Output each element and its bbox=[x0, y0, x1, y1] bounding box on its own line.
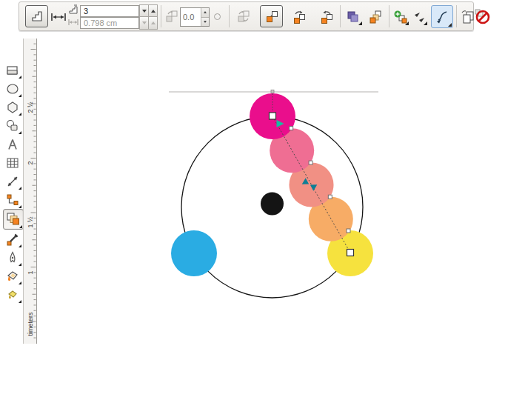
property-bar bbox=[19, 1, 474, 31]
flyout-triangle-icon bbox=[448, 23, 452, 27]
ruler-label: 2 bbox=[27, 157, 34, 170]
spacing-arrows-icon bbox=[50, 12, 67, 22]
flyout-triangle-icon bbox=[19, 131, 21, 134]
flyout-triangle-icon bbox=[19, 244, 21, 247]
polygon-tool[interactable] bbox=[3, 98, 22, 116]
table-tool[interactable] bbox=[3, 153, 22, 172]
blend-spacing-input bbox=[81, 19, 138, 27]
pen-nib-icon bbox=[5, 250, 20, 265]
paint-bucket-icon bbox=[5, 269, 20, 284]
up-triangle-icon bbox=[204, 11, 207, 13]
separator bbox=[340, 5, 341, 27]
angle-spinner bbox=[201, 8, 209, 26]
blend-tool[interactable] bbox=[3, 209, 24, 230]
basic-shapes-tool[interactable] bbox=[3, 116, 22, 135]
blend-spacing-field bbox=[80, 17, 139, 29]
blend-node-handle[interactable] bbox=[328, 195, 332, 199]
ruler-unit-label: timeters bbox=[27, 324, 34, 336]
stairs-preset-icon bbox=[30, 9, 44, 24]
toolbox bbox=[3, 61, 24, 304]
text-tool[interactable] bbox=[3, 135, 22, 153]
vertical-ruler[interactable]: timeters 2 ½21 ½1 bbox=[23, 39, 37, 344]
black-dot-circle[interactable] bbox=[261, 193, 284, 216]
ruler-ticks bbox=[24, 39, 36, 344]
separator bbox=[456, 5, 457, 27]
direct-blend-icon bbox=[264, 9, 279, 24]
connector-tool[interactable] bbox=[3, 190, 22, 209]
separator bbox=[389, 5, 389, 27]
blend-along-path-button[interactable] bbox=[431, 5, 453, 28]
blend-spacing-icon bbox=[68, 18, 78, 27]
blend-preset-button[interactable] bbox=[25, 5, 48, 27]
clear-blend-icon bbox=[474, 8, 490, 24]
basic-shapes-icon bbox=[5, 119, 20, 133]
rotate-all-objects-icon bbox=[236, 9, 251, 24]
rectangle-tool[interactable] bbox=[3, 61, 22, 79]
blend-steps-input[interactable] bbox=[81, 7, 138, 16]
flyout-triangle-icon bbox=[19, 113, 21, 116]
polygon-icon bbox=[5, 100, 20, 115]
separator bbox=[161, 5, 161, 27]
dimension-icon bbox=[5, 174, 20, 189]
path-properties-button[interactable] bbox=[412, 7, 428, 26]
dimension-tool[interactable] bbox=[3, 172, 22, 190]
ruler-label: 2 ½ bbox=[27, 101, 34, 114]
rectangle-icon bbox=[5, 63, 20, 78]
interactive-fill-tool[interactable] bbox=[3, 285, 22, 304]
spacing-increase-button bbox=[148, 16, 158, 30]
eyedropper-tool[interactable] bbox=[3, 230, 22, 248]
flyout-triangle-icon bbox=[424, 21, 427, 25]
blend-steps-field[interactable] bbox=[80, 5, 139, 17]
table-grid-icon bbox=[5, 156, 20, 170]
down-triangle-icon bbox=[142, 21, 147, 24]
flyout-triangle-icon bbox=[19, 76, 21, 79]
counterclockwise-blend-icon bbox=[319, 10, 334, 24]
outline-pen-tool[interactable] bbox=[3, 248, 22, 267]
separator bbox=[229, 5, 230, 27]
blend-direction-icon bbox=[165, 10, 178, 23]
drawing-canvas bbox=[0, 0, 525, 420]
text-a-icon bbox=[5, 137, 20, 152]
up-triangle-icon bbox=[151, 21, 156, 24]
interactive-fill-icon bbox=[6, 288, 19, 301]
flyout-triangle-icon bbox=[19, 300, 21, 303]
fill-tool[interactable] bbox=[3, 267, 22, 285]
flyout-triangle-icon bbox=[405, 21, 409, 25]
eyedropper-icon bbox=[5, 232, 20, 247]
ellipse-tool[interactable] bbox=[3, 79, 22, 98]
blend-node-handle[interactable] bbox=[309, 161, 312, 164]
up-triangle-icon bbox=[151, 10, 156, 13]
curve-arrow-icon bbox=[435, 10, 449, 24]
start-end-properties-button[interactable] bbox=[392, 7, 409, 26]
ruler-label: 1 bbox=[27, 267, 34, 279]
flyout-triangle-icon bbox=[19, 263, 21, 266]
loop-blend-radio bbox=[214, 13, 221, 20]
blend-node-handle[interactable] bbox=[347, 229, 350, 233]
blend-start-handle[interactable] bbox=[270, 113, 276, 119]
blend-node-handle[interactable] bbox=[290, 127, 293, 130]
flyout-triangle-icon bbox=[358, 21, 362, 25]
direct-blend-button[interactable] bbox=[260, 5, 283, 27]
guideline-marker[interactable] bbox=[271, 90, 274, 93]
clockwise-blend-icon bbox=[292, 10, 307, 24]
blend-end-handle[interactable] bbox=[347, 250, 354, 256]
flyout-triangle-icon bbox=[19, 225, 22, 228]
adjust-acceleration-button[interactable] bbox=[367, 7, 386, 26]
object-color-acceleration-button[interactable] bbox=[344, 7, 363, 26]
blend-steps-icon bbox=[68, 4, 78, 15]
clockwise-blend-button[interactable] bbox=[289, 7, 309, 26]
flyout-triangle-icon bbox=[19, 281, 21, 284]
adjust-acceleration-icon bbox=[369, 10, 384, 24]
angle-up-button bbox=[201, 8, 209, 18]
counterclockwise-blend-button[interactable] bbox=[316, 7, 336, 26]
flyout-triangle-icon bbox=[19, 187, 21, 190]
cyan-circle[interactable] bbox=[171, 230, 217, 276]
flyout-triangle-icon bbox=[19, 94, 21, 97]
connector-icon bbox=[5, 193, 20, 207]
flyout-triangle-icon bbox=[19, 205, 21, 208]
app-window: timeters 2 ½21 ½1 bbox=[0, 0, 525, 420]
angle-down-button bbox=[201, 18, 209, 27]
blend-angle-input bbox=[181, 8, 201, 26]
blend-angle-spinbox bbox=[180, 7, 210, 27]
clear-blend-button[interactable] bbox=[472, 7, 492, 25]
